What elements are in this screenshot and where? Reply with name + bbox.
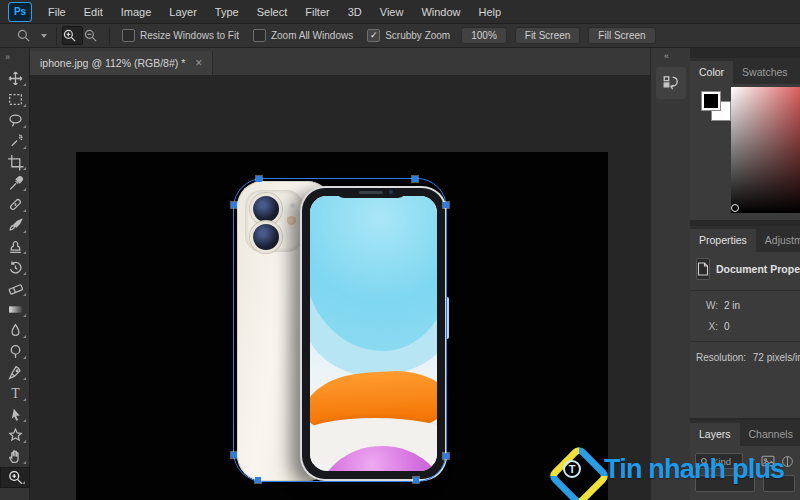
panel-collapse-icon[interactable]: « — [651, 48, 690, 61]
options-bar: ✓Resize Windows to Fit✓Zoom All Windows✓… — [0, 24, 800, 48]
blur-tool[interactable] — [0, 320, 30, 341]
eraser-tool[interactable] — [0, 278, 30, 299]
menu-3d[interactable]: 3D — [339, 0, 371, 24]
path-selection-tool[interactable] — [0, 404, 30, 425]
100-button[interactable]: 100% — [461, 27, 507, 44]
panel-column: ColorSwatches PropertiesAdjustments Docu… — [690, 48, 800, 500]
unchecked-checkbox-icon[interactable]: ✓ — [122, 29, 135, 42]
type-tool[interactable]: T — [0, 383, 30, 404]
checked-checkbox-icon[interactable]: ✓ — [367, 29, 380, 42]
menu-help[interactable]: Help — [470, 0, 511, 24]
option-checkboxes: ✓Resize Windows to Fit✓Zoom All Windows✓… — [115, 29, 457, 42]
history-brush-icon — [7, 259, 24, 276]
lasso-tool[interactable] — [0, 110, 30, 131]
color-picker-handle[interactable] — [731, 204, 739, 212]
hand-tool[interactable] — [0, 446, 30, 467]
field-label: W: — [702, 300, 718, 311]
eraser-icon — [7, 280, 24, 297]
tab-color[interactable]: Color — [690, 61, 733, 84]
watermark-logo: T — [546, 443, 598, 495]
photoshop-window: Ps FileEditImageLayerTypeSelectFilter3DV… — [0, 0, 800, 500]
resolution-row: Resolution: 72 pixels/inch — [690, 346, 800, 363]
resolution-label: Resolution: — [696, 352, 746, 363]
canvas-image[interactable] — [76, 152, 608, 500]
selection-anchor-handle[interactable] — [256, 176, 262, 182]
unchecked-checkbox-icon[interactable]: ✓ — [253, 29, 266, 42]
zoom-out-icon — [83, 28, 98, 43]
checkbox-label: Resize Windows to Fit — [140, 30, 239, 41]
menu-filter[interactable]: Filter — [296, 0, 338, 24]
menu-window[interactable]: Window — [412, 0, 469, 24]
brush-icon — [7, 217, 24, 234]
document-fields: W:2 inX:0 — [690, 295, 800, 337]
gradient-icon — [7, 301, 24, 318]
color-picker-field[interactable] — [731, 87, 800, 213]
history-panel-icon[interactable] — [656, 67, 686, 99]
custom-shape-icon — [7, 427, 24, 444]
checkbox-resize-windows-to-fit[interactable]: ✓Resize Windows to Fit — [122, 29, 239, 42]
selection-anchor-handle[interactable] — [412, 176, 418, 182]
zoom-in-button[interactable] — [62, 26, 83, 45]
zoom-tool[interactable] — [0, 467, 30, 488]
clone-stamp-tool[interactable] — [0, 236, 30, 257]
tools-panel: » T — [0, 48, 30, 500]
selection-anchor-handle[interactable] — [255, 477, 261, 483]
field-x: X:0 — [690, 316, 800, 337]
color-panel-body — [690, 84, 800, 220]
fillscreen-button[interactable]: Fill Screen — [588, 27, 655, 44]
chevron-down-icon — [41, 34, 47, 38]
tool-list: T — [0, 68, 29, 488]
menu-file[interactable]: File — [39, 0, 75, 24]
checkbox-zoom-all-windows[interactable]: ✓Zoom All Windows — [253, 29, 353, 42]
lasso-icon — [7, 112, 24, 129]
field-value[interactable]: 0 — [724, 321, 730, 332]
menu-select[interactable]: Select — [248, 0, 297, 24]
crop-tool[interactable] — [0, 152, 30, 173]
foreground-color-chip[interactable] — [701, 91, 721, 111]
selection-anchor-handle[interactable] — [231, 452, 237, 458]
properties-panel-body: Document Properti W:2 inX:0 Resolution: … — [690, 252, 800, 418]
menu-edit[interactable]: Edit — [75, 0, 112, 24]
toolbar-collapse-icon[interactable]: » — [0, 48, 29, 68]
move-tool[interactable] — [0, 68, 30, 89]
dodge-icon — [7, 343, 24, 360]
gradient-tool[interactable] — [0, 299, 30, 320]
eyedropper-icon — [7, 175, 24, 192]
spot-healing-brush-tool[interactable] — [0, 194, 30, 215]
selection-anchor-handle[interactable] — [413, 477, 419, 483]
eyedropper-tool[interactable] — [0, 173, 30, 194]
pen-tool[interactable] — [0, 362, 30, 383]
blur-icon — [7, 322, 24, 339]
menu-layer[interactable]: Layer — [160, 0, 206, 24]
divider — [690, 290, 800, 291]
tool-preset-dropdown[interactable] — [12, 27, 51, 44]
brush-tool[interactable] — [0, 215, 30, 236]
fitscreen-button[interactable]: Fit Screen — [515, 27, 581, 44]
watermark: T Tin nhanh plus — [546, 438, 800, 500]
custom-shape-tool[interactable] — [0, 425, 30, 446]
selection-anchor-handle[interactable] — [443, 453, 449, 459]
selection-anchor-handle[interactable] — [231, 202, 237, 208]
document-tab[interactable]: iphone.jpg @ 112% (RGB/8#) * × — [30, 51, 213, 75]
pen-icon — [7, 364, 24, 381]
menu-view[interactable]: View — [371, 0, 413, 24]
spot-healing-brush-icon — [7, 196, 24, 213]
tab-adjustments[interactable]: Adjustments — [756, 229, 800, 252]
checkbox-scrubby-zoom[interactable]: ✓Scrubby Zoom — [367, 29, 450, 42]
rectangular-marquee-tool[interactable] — [0, 89, 30, 110]
tab-properties[interactable]: Properties — [690, 229, 756, 252]
menu-type[interactable]: Type — [206, 0, 248, 24]
zoom-out-button[interactable] — [83, 26, 104, 45]
field-value[interactable]: 2 in — [724, 300, 740, 311]
document-tab-bar: iphone.jpg @ 112% (RGB/8#) * × — [30, 48, 650, 75]
field-w: W:2 in — [690, 295, 800, 316]
history-brush-tool[interactable] — [0, 257, 30, 278]
magic-wand-tool[interactable] — [0, 131, 30, 152]
close-icon[interactable]: × — [195, 58, 202, 68]
hand-icon — [7, 448, 24, 465]
selection-anchor-handle[interactable] — [443, 202, 449, 208]
dodge-tool[interactable] — [0, 341, 30, 362]
menu-image[interactable]: Image — [112, 0, 161, 24]
crop-icon — [7, 154, 24, 171]
tab-swatches[interactable]: Swatches — [733, 61, 797, 84]
